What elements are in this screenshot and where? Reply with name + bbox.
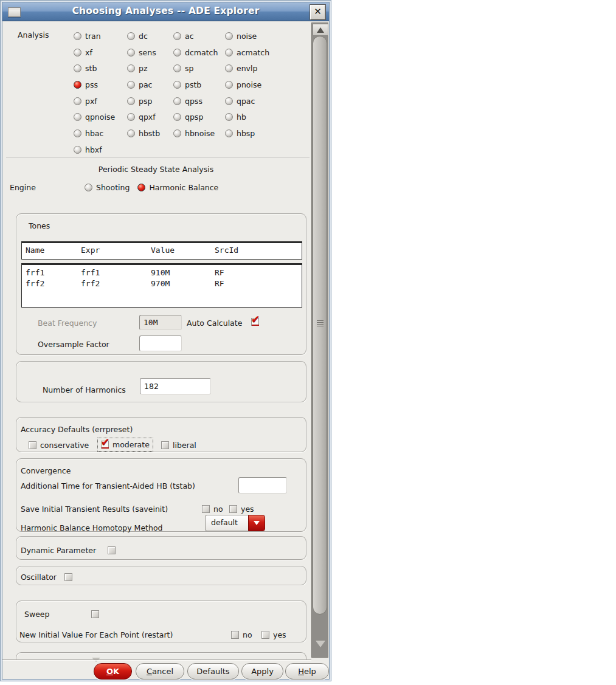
radio-icon[interactable] xyxy=(74,64,81,72)
analysis-option-pz[interactable]: pz xyxy=(127,60,173,77)
radio-icon[interactable] xyxy=(74,146,81,154)
analysis-option-acmatch[interactable]: acmatch xyxy=(225,44,292,61)
tstab-input[interactable] xyxy=(238,477,287,494)
analysis-option-sp[interactable]: sp xyxy=(173,60,225,77)
beat-frequency-input[interactable] xyxy=(139,315,182,330)
harmonics-input[interactable] xyxy=(140,378,211,394)
radio-icon[interactable] xyxy=(225,64,233,72)
radio-icon[interactable] xyxy=(173,129,181,137)
analysis-option-pac[interactable]: pac xyxy=(127,77,173,93)
ok-button[interactable]: OK xyxy=(94,663,132,680)
auto-calculate-checkbox[interactable] xyxy=(251,318,259,326)
radio-icon[interactable] xyxy=(173,113,181,121)
analysis-option-stb[interactable]: stb xyxy=(74,60,127,77)
accuracy-option-moderate[interactable]: moderate xyxy=(97,438,153,452)
homotopy-dropdown[interactable]: default xyxy=(205,515,265,531)
radio-icon[interactable] xyxy=(225,81,233,89)
tones-table-list[interactable]: frf1 frf1 910M RF frf2 frf2 970M RF xyxy=(21,263,302,308)
analysis-option-psp[interactable]: psp xyxy=(127,93,173,109)
radio-icon[interactable] xyxy=(225,49,233,57)
checkbox-icon[interactable] xyxy=(202,505,210,513)
close-button[interactable]: ✕ xyxy=(310,4,326,20)
accuracy-option-conservative[interactable]: conservative xyxy=(29,441,89,450)
analysis-option-qpsp[interactable]: qpsp xyxy=(173,109,225,125)
radio-icon[interactable] xyxy=(127,49,135,57)
analysis-option-envlp[interactable]: envlp xyxy=(225,60,292,77)
radio-icon[interactable] xyxy=(85,184,92,191)
radio-icon[interactable] xyxy=(225,97,233,105)
radio-icon[interactable] xyxy=(74,49,81,57)
oscillator-checkbox[interactable] xyxy=(64,573,72,581)
radio-icon[interactable] xyxy=(74,97,81,105)
vertical-scrollbar[interactable] xyxy=(311,22,328,658)
analysis-option-dcmatch[interactable]: dcmatch xyxy=(173,44,225,61)
help-button[interactable]: Help xyxy=(285,663,329,680)
radio-icon[interactable] xyxy=(225,113,233,121)
restart-no-option[interactable]: no xyxy=(231,630,252,639)
analysis-option-xf[interactable]: xf xyxy=(74,44,127,61)
checkbox-icon[interactable] xyxy=(29,441,36,449)
analysis-option-pss[interactable]: pss xyxy=(74,77,127,93)
accuracy-option-liberal[interactable]: liberal xyxy=(161,441,196,450)
analysis-option-ac[interactable]: ac xyxy=(173,28,225,44)
radio-icon[interactable] xyxy=(173,81,181,89)
engine-option-harmonic-balance[interactable]: Harmonic Balance xyxy=(137,183,218,192)
dynamic-parameter-checkbox[interactable] xyxy=(108,546,116,554)
radio-icon[interactable] xyxy=(127,64,135,72)
tones-table-row[interactable]: frf1 frf1 910M RF xyxy=(22,267,302,278)
analysis-option-noise[interactable]: noise xyxy=(225,28,292,44)
checkbox-icon[interactable] xyxy=(229,505,237,513)
tones-table-row[interactable]: frf2 frf2 970M RF xyxy=(22,278,302,289)
radio-icon[interactable] xyxy=(225,129,233,137)
analysis-option-hbxf[interactable]: hbxf xyxy=(74,142,127,158)
analysis-option-hb[interactable]: hb xyxy=(225,109,292,125)
engine-option-shooting[interactable]: Shooting xyxy=(85,183,130,192)
checkbox-icon[interactable] xyxy=(231,631,239,639)
restart-yes-option[interactable]: yes xyxy=(261,630,286,639)
analysis-option-hbnoise[interactable]: hbnoise xyxy=(173,125,225,142)
analysis-option-sens[interactable]: sens xyxy=(127,44,173,61)
analysis-option-tran[interactable]: tran xyxy=(74,28,127,44)
radio-icon[interactable] xyxy=(137,184,145,191)
radio-icon[interactable] xyxy=(173,49,181,57)
analysis-option-qpss[interactable]: qpss xyxy=(173,93,225,109)
radio-icon[interactable] xyxy=(74,113,81,121)
radio-icon[interactable] xyxy=(173,97,181,105)
scroll-up-button[interactable] xyxy=(313,24,328,36)
dropdown-button[interactable] xyxy=(248,515,265,531)
analysis-option-dc[interactable]: dc xyxy=(127,28,173,44)
radio-icon[interactable] xyxy=(127,129,135,137)
cancel-button[interactable]: Cancel xyxy=(136,663,184,680)
analysis-option-pnoise[interactable]: pnoise xyxy=(225,77,292,93)
scroll-down-icon[interactable] xyxy=(316,641,325,647)
radio-icon[interactable] xyxy=(127,113,135,121)
titlebar[interactable]: Choosing Analyses -- ADE Explorer ✕ xyxy=(2,2,329,21)
analysis-option-qpac[interactable]: qpac xyxy=(225,93,292,109)
apply-button[interactable]: Apply xyxy=(241,663,283,680)
radio-icon[interactable] xyxy=(74,32,81,40)
analysis-option-pstb[interactable]: pstb xyxy=(173,77,225,93)
defaults-button[interactable]: Defaults xyxy=(187,663,239,680)
radio-icon[interactable] xyxy=(74,81,81,89)
oversample-factor-input[interactable] xyxy=(139,336,182,351)
radio-icon[interactable] xyxy=(173,32,181,40)
analysis-option-pxf[interactable]: pxf xyxy=(74,93,127,109)
checkbox-icon[interactable] xyxy=(261,631,269,639)
radio-icon[interactable] xyxy=(225,32,233,40)
checkbox-icon[interactable] xyxy=(161,441,169,449)
saveinit-no-option[interactable]: no xyxy=(202,504,223,514)
radio-icon[interactable] xyxy=(173,64,181,72)
analysis-option-qpnoise[interactable]: qpnoise xyxy=(74,109,127,125)
analysis-option-hbac[interactable]: hbac xyxy=(74,125,127,142)
analysis-option-qpxf[interactable]: qpxf xyxy=(127,109,173,125)
analysis-option-hbstb[interactable]: hbstb xyxy=(127,125,173,142)
radio-icon[interactable] xyxy=(127,97,135,105)
radio-icon[interactable] xyxy=(127,32,135,40)
radio-icon[interactable] xyxy=(127,81,135,89)
sweep-checkbox[interactable] xyxy=(91,610,99,618)
saveinit-yes-option[interactable]: yes xyxy=(229,504,254,514)
checkbox-icon[interactable] xyxy=(101,441,109,449)
scrollbar-thumb[interactable] xyxy=(313,36,327,614)
analysis-option-hbsp[interactable]: hbsp xyxy=(225,125,292,142)
radio-icon[interactable] xyxy=(74,129,81,137)
